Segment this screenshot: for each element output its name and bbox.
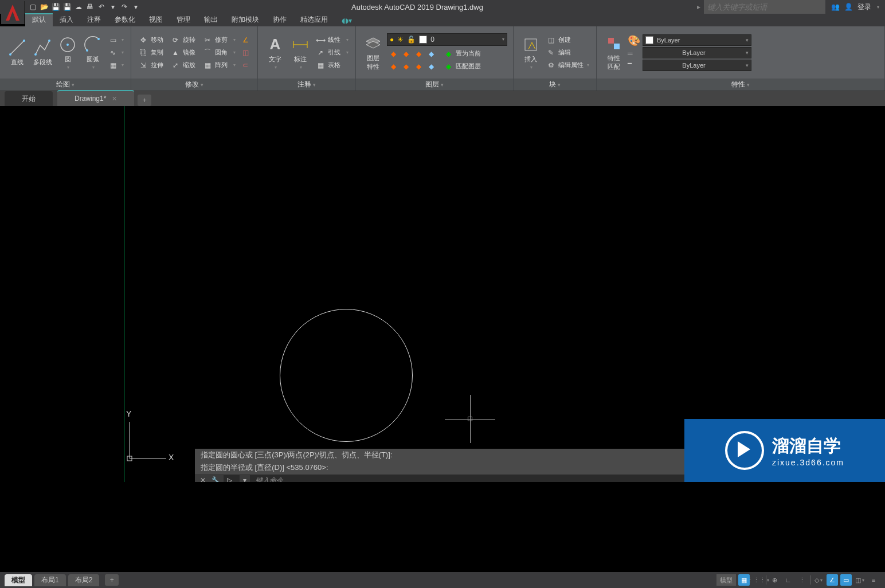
undo-icon[interactable]: ↶ [96, 2, 107, 12]
chevron-down-icon[interactable]: ▾ [877, 5, 879, 10]
layout2-tab[interactable]: 布局2 [68, 574, 100, 586]
arc-button[interactable]: 圆弧▾ [81, 34, 104, 71]
close-icon[interactable]: ✕ [198, 476, 207, 482]
match-layer-button[interactable]: ◆匹配图层 [442, 61, 482, 72]
search-input[interactable] [704, 0, 825, 14]
customize-icon[interactable]: 🔧 [211, 476, 220, 482]
mirror-button[interactable]: ▲镜像 [169, 47, 199, 58]
polyline-button[interactable]: 多段线 [31, 37, 54, 68]
table-button[interactable]: ▦表格 [314, 60, 350, 71]
new-icon[interactable]: ▢ [28, 2, 38, 12]
tab-manage[interactable]: 管理 [170, 13, 197, 26]
move-button[interactable]: ✥移动 [137, 34, 167, 46]
chevron-down-icon[interactable]: ▾ [108, 2, 118, 12]
panel-draw-title[interactable]: 绘图 [0, 79, 131, 91]
lwt-icon[interactable]: ◫▾ [854, 574, 866, 586]
set-current-button[interactable]: ◆置为当前 [442, 48, 482, 60]
edit-attr-button[interactable]: ⚙编辑属性▾ [545, 60, 590, 71]
copy-button[interactable]: ⿻复制 [137, 47, 167, 58]
layer-combo[interactable]: ● ☀ 🔓 0 ▾ [387, 33, 507, 46]
linetype-combo[interactable]: ByLayer [643, 60, 751, 71]
tab-featured[interactable]: 精选应用 [293, 13, 335, 26]
tab-annotate[interactable]: 注释 [80, 13, 108, 26]
panel-annot-title[interactable]: 注释 [258, 79, 355, 91]
chevron-icon[interactable]: ▾ [243, 476, 246, 482]
spline-button[interactable]: ∿▾ [107, 47, 125, 58]
drawing-canvas[interactable]: Y X 指定圆的圆心或 [三点(3P)/两点(2P)/切点、切点、半径(T)]:… [0, 106, 885, 482]
hatch-button[interactable]: ▦▾ [107, 60, 125, 71]
polar-icon[interactable]: ⊕ [769, 574, 780, 586]
dimension-button[interactable]: 标注▾ [289, 34, 312, 71]
close-icon[interactable]: ✕ [112, 95, 117, 103]
stretch-button[interactable]: ⇲拉伸 [137, 60, 167, 71]
fillet-button[interactable]: ⌒圆角▾ [201, 47, 237, 58]
tab-insert[interactable]: 插入 [53, 13, 80, 26]
save-icon[interactable]: 💾 [50, 2, 61, 12]
snap-icon[interactable]: ⋮⋮⋮▾ [752, 574, 763, 586]
connect-icon[interactable]: 👥 [831, 3, 840, 11]
linetype-button[interactable]: ⟷线性▾ [314, 34, 350, 46]
trim-button[interactable]: ✂修剪▾ [201, 34, 237, 46]
open-icon[interactable]: 📂 [39, 2, 49, 12]
panel-props-title[interactable]: 特性 [597, 79, 884, 91]
otrack-icon[interactable]: ▭ [840, 574, 852, 586]
add-tab-button[interactable]: + [138, 95, 151, 106]
rotate-button[interactable]: ⟳旋转 [169, 34, 199, 46]
array-button[interactable]: ▦阵列▾ [201, 60, 237, 71]
menu-icon[interactable]: ≡ [868, 574, 879, 586]
add-layout-button[interactable]: + [105, 574, 119, 586]
tab-view[interactable]: 视图 [142, 13, 170, 26]
tab-output[interactable]: 输出 [197, 13, 225, 26]
drawing-tab[interactable]: Drawing1*✕ [57, 90, 134, 106]
text-button[interactable]: A 文字▾ [264, 34, 287, 71]
panel-layers-title[interactable]: 图层 [356, 79, 513, 91]
leader-button[interactable]: ↗引线▾ [314, 47, 350, 58]
erase-button[interactable]: ∠ [239, 34, 252, 46]
redo-icon[interactable]: ↷ [119, 2, 130, 12]
osnap-icon[interactable]: ∠ [827, 574, 838, 586]
expand-icon[interactable]: ▸ [694, 3, 704, 11]
layer-tool-icon[interactable]: ◆ [413, 49, 424, 59]
explode-button[interactable]: ◫ [239, 47, 252, 58]
match-props-button[interactable]: 特性 匹配 [602, 33, 625, 72]
layer-tool-icon[interactable]: ◆ [413, 61, 424, 72]
panel-modify-title[interactable]: 修改 [131, 79, 257, 91]
layer-tool-icon[interactable]: ◆ [388, 49, 398, 59]
tab-more-icon[interactable]: ◖◗▾ [335, 15, 359, 26]
circle-entity[interactable] [280, 309, 413, 442]
color-wheel-icon[interactable]: 🎨 [628, 34, 640, 47]
layer-tool-icon[interactable]: ◆ [401, 61, 411, 72]
scale-button[interactable]: ⤢缩放 [169, 60, 199, 71]
login-button[interactable]: 登录 [857, 2, 871, 12]
offset-button[interactable]: ⊂ [239, 60, 252, 71]
cloud-icon[interactable]: ☁ [73, 2, 84, 12]
tab-collab[interactable]: 协作 [266, 13, 293, 26]
edit-block-button[interactable]: ✎编辑 [545, 47, 590, 58]
tab-parametric[interactable]: 参数化 [108, 13, 142, 26]
saveas-icon[interactable]: 💾 [62, 2, 72, 12]
lineweight-combo[interactable]: ByLayer [643, 47, 751, 58]
plot-icon[interactable]: 🖶 [85, 2, 95, 12]
layer-tool-icon[interactable]: ◆ [388, 61, 398, 72]
line-button[interactable]: 直线 [6, 37, 29, 68]
user-icon[interactable]: 👤 [844, 3, 853, 11]
layer-tool-icon[interactable]: ◆ [426, 49, 436, 59]
chevron-down-icon[interactable]: ▾ [131, 2, 141, 12]
layer-tool-icon[interactable]: ◆ [426, 61, 436, 72]
iso-icon[interactable]: ◇▾ [813, 574, 824, 586]
tab-addins[interactable]: 附加模块 [225, 13, 266, 26]
model-status-button[interactable]: 模型 [716, 574, 736, 586]
model-tab[interactable]: 模型 [5, 574, 32, 586]
layer-tool-icon[interactable]: ◆ [401, 49, 411, 59]
layout1-tab[interactable]: 布局1 [34, 574, 66, 586]
layer-props-button[interactable]: 图层 特性 [362, 33, 385, 72]
ortho-icon[interactable]: ∟ [782, 574, 794, 586]
panel-block-title[interactable]: 块 [514, 79, 596, 91]
dynamic-icon[interactable]: ⋮ [796, 574, 808, 586]
insert-block-button[interactable]: 插入▾ [519, 34, 542, 71]
tab-default[interactable]: 默认 [25, 13, 53, 26]
rect-button[interactable]: ▭▾ [107, 34, 125, 46]
create-block-button[interactable]: ◫创建 [545, 34, 590, 46]
circle-button[interactable]: 圆▾ [56, 34, 79, 71]
cmd-run-icon[interactable]: ▷_ [224, 475, 240, 482]
